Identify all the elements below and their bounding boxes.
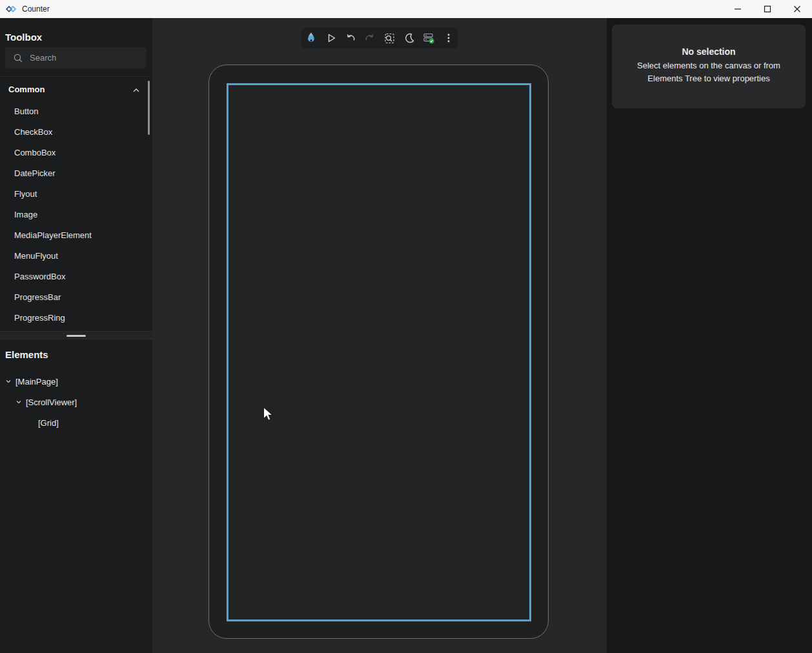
window-title: Counter — [22, 5, 50, 14]
design-canvas[interactable] — [152, 18, 607, 653]
section-common-header[interactable]: Common — [0, 83, 152, 98]
toolbox-list: Button CheckBox ComboBox DatePicker Flyo… — [0, 101, 147, 328]
minimize-button[interactable] — [723, 0, 753, 18]
undo-icon[interactable] — [341, 29, 360, 47]
chevron-down-icon[interactable] — [14, 398, 24, 406]
tree-item-grid[interactable]: [Grid] — [0, 412, 152, 433]
no-selection-card: No selection Select elements on the canv… — [612, 25, 806, 108]
hot-reload-flame-icon[interactable] — [302, 29, 320, 47]
zoom-selection-icon[interactable] — [381, 29, 399, 47]
toolbox-item-passwordbox[interactable]: PasswordBox — [0, 266, 147, 286]
close-button[interactable] — [782, 0, 812, 18]
connection-status-icon[interactable] — [420, 29, 438, 47]
tree-item-mainpage[interactable]: [MainPage] — [0, 371, 152, 392]
search-input[interactable] — [30, 53, 133, 63]
toolbox-heading: Toolbox — [5, 32, 42, 43]
divider — [0, 76, 152, 77]
titlebar: Counter — [0, 0, 812, 18]
toolbox-item-flyout[interactable]: Flyout — [0, 183, 147, 204]
redo-icon[interactable] — [361, 29, 379, 47]
properties-panel: No selection Select elements on the canv… — [607, 18, 812, 653]
toolbox-item-button[interactable]: Button — [0, 101, 147, 121]
elements-heading: Elements — [5, 349, 48, 360]
toolbox-panel: Toolbox Common Button CheckBox ComboBox … — [0, 18, 152, 653]
chevron-up-icon[interactable] — [131, 85, 141, 98]
no-selection-title: No selection — [612, 46, 806, 57]
section-common-label: Common — [8, 85, 45, 94]
splitter-grip — [66, 335, 86, 337]
search-icon — [13, 53, 23, 63]
theme-moon-icon[interactable] — [400, 29, 418, 47]
play-icon[interactable] — [322, 29, 340, 47]
window-controls — [723, 0, 812, 18]
maximize-icon — [764, 5, 771, 13]
panel-splitter[interactable] — [0, 331, 152, 339]
toolbox-item-image[interactable]: Image — [0, 204, 147, 225]
elements-tree: [MainPage] [ScrollViewer] [Grid] — [0, 371, 152, 433]
toolbox-item-menuflyout[interactable]: MenuFlyout — [0, 245, 147, 266]
app-logo-icon — [5, 3, 17, 15]
no-selection-message: Select elements on the canvas or from El… — [624, 59, 793, 85]
app-window: Counter Toolbox — [0, 0, 812, 653]
minimize-icon — [734, 5, 742, 13]
more-options-icon[interactable] — [440, 29, 458, 47]
toolbox-scrollbar-thumb[interactable] — [148, 81, 150, 135]
toolbox-item-progressbar[interactable]: ProgressBar — [0, 286, 147, 307]
toolbox-item-datepicker[interactable]: DatePicker — [0, 163, 147, 183]
toolbox-item-mediaplayer[interactable]: MediaPlayerElement — [0, 225, 147, 245]
page-root-selection[interactable] — [227, 84, 531, 621]
tree-item-scrollviewer[interactable]: [ScrollViewer] — [0, 392, 152, 412]
chevron-down-icon[interactable] — [3, 377, 14, 385]
toolbox-item-combobox[interactable]: ComboBox — [0, 142, 147, 163]
canvas-toolbar — [301, 28, 458, 48]
toolbox-search — [5, 47, 147, 68]
maximize-button[interactable] — [753, 0, 782, 18]
toolbox-item-checkbox[interactable]: CheckBox — [0, 121, 147, 142]
close-icon — [793, 5, 801, 13]
toolbox-item-progressring[interactable]: ProgressRing — [0, 307, 147, 328]
